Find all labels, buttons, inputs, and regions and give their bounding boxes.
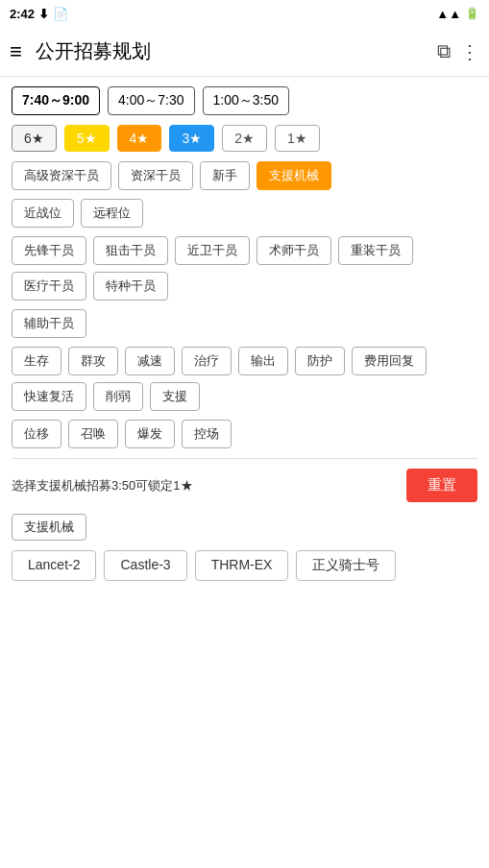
tag-medic[interactable]: 医疗干员 [12, 272, 86, 301]
result-card-thrmex[interactable]: THRM-EX [195, 550, 289, 581]
tag-caster[interactable]: 术师干员 [257, 236, 331, 265]
wifi-icon: ▲▲ [436, 7, 461, 21]
tag-healing[interactable]: 治疗 [182, 347, 232, 375]
status-icons: ▲▲ 🔋 [436, 7, 479, 21]
page-title: 公开招募规划 [36, 38, 437, 64]
tag-row-6: 位移 召唤 爆发 控场 [12, 420, 477, 448]
result-cards: Lancet-2 Castle-3 THRM-EX 正义骑士号 [12, 550, 477, 581]
tag-sniper[interactable]: 狙击干员 [93, 236, 168, 265]
status-bar: 2:42 ⬇ 📄 ▲▲ 🔋 [0, 0, 489, 27]
tag-senior[interactable]: 资深干员 [118, 161, 193, 190]
reset-button[interactable]: 重置 [406, 469, 477, 502]
divider [12, 458, 477, 459]
tag-supporter[interactable]: 辅助干员 [12, 309, 86, 338]
top-bar: ≡ 公开招募规划 ⧉ ⋮ [0, 27, 489, 77]
file-icon: 📄 [53, 7, 68, 21]
tag-row-3: 先锋干员 狙击干员 近卫干员 术师干员 重装干员 医疗干员 特种干员 [12, 236, 477, 301]
star-btn-5[interactable]: 5★ [64, 125, 110, 152]
tag-shift[interactable]: 位移 [12, 420, 61, 448]
star-btn-6[interactable]: 6★ [12, 125, 57, 152]
star-btn-2[interactable]: 2★ [222, 125, 267, 152]
status-time: 2:42 ⬇ 📄 [10, 7, 68, 21]
tag-support-machine[interactable]: 支援机械 [257, 161, 331, 190]
tag-melee[interactable]: 近战位 [12, 199, 74, 228]
time-display: 2:42 [10, 7, 35, 21]
result-info-row: 选择支援机械招募3:50可锁定1★ 重置 [12, 469, 477, 502]
category-label: 支援机械 [12, 514, 86, 541]
star-btn-3[interactable]: 3★ [169, 125, 214, 152]
more-icon[interactable]: ⋮ [460, 40, 479, 63]
result-card-castle3[interactable]: Castle-3 [104, 550, 186, 581]
download-icon: ⬇ [38, 7, 49, 21]
tag-fast-redeploy[interactable]: 快速复活 [12, 382, 86, 411]
battery-icon: 🔋 [465, 7, 479, 20]
tag-defender[interactable]: 重装干员 [338, 236, 413, 265]
tag-burst[interactable]: 爆发 [125, 420, 175, 448]
tag-aoe[interactable]: 群攻 [68, 347, 118, 375]
category-label-container: 支援机械 [12, 514, 477, 550]
time-row: 7:40～9:00 4:00～7:30 1:00～3:50 [12, 86, 477, 115]
tag-row-5: 生存 群攻 减速 治疗 输出 防护 费用回复 快速复活 削弱 支援 [12, 347, 477, 411]
result-card-lancet2[interactable]: Lancet-2 [12, 550, 96, 581]
time-btn-0[interactable]: 7:40～9:00 [12, 86, 100, 115]
tag-support[interactable]: 支援 [150, 382, 200, 411]
result-info-text: 选择支援机械招募3:50可锁定1★ [12, 477, 193, 494]
star-btn-4[interactable]: 4★ [117, 125, 162, 152]
tag-defense[interactable]: 防护 [295, 347, 345, 375]
tag-row-4: 辅助干员 [12, 309, 477, 338]
tag-crowd-control[interactable]: 控场 [182, 420, 232, 448]
tag-slow[interactable]: 减速 [125, 347, 175, 375]
tag-rookie[interactable]: 新手 [200, 161, 250, 190]
layers-icon[interactable]: ⧉ [437, 40, 451, 62]
tag-debuff[interactable]: 削弱 [93, 382, 143, 411]
top-bar-icons: ⧉ ⋮ [437, 40, 479, 63]
tag-row-2: 近战位 远程位 [12, 199, 477, 228]
star-row: 6★ 5★ 4★ 3★ 2★ 1★ [12, 125, 477, 152]
tag-ranged[interactable]: 远程位 [81, 199, 143, 228]
tag-survival[interactable]: 生存 [12, 347, 61, 375]
content-area: 7:40～9:00 4:00～7:30 1:00～3:50 6★ 5★ 4★ 3… [0, 77, 489, 591]
tag-specialist[interactable]: 特种干员 [93, 272, 168, 301]
star-btn-1[interactable]: 1★ [275, 125, 320, 152]
tag-senior-elite[interactable]: 高级资深干员 [12, 161, 111, 190]
tag-dp-recovery[interactable]: 费用回复 [352, 347, 427, 375]
time-btn-1[interactable]: 4:00～7:30 [108, 86, 195, 115]
result-card-justice-knight[interactable]: 正义骑士号 [296, 550, 396, 581]
tag-dps[interactable]: 输出 [238, 347, 288, 375]
menu-icon[interactable]: ≡ [10, 39, 22, 64]
tag-row-1: 高级资深干员 资深干员 新手 支援机械 [12, 161, 477, 190]
tag-summon[interactable]: 召唤 [68, 420, 118, 448]
tag-vanguard[interactable]: 先锋干员 [12, 236, 86, 265]
tag-guard[interactable]: 近卫干员 [175, 236, 250, 265]
time-btn-2[interactable]: 1:00～3:50 [203, 86, 290, 115]
